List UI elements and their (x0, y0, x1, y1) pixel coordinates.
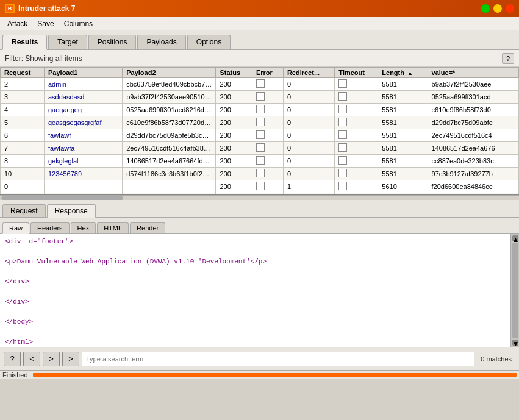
response-tab-headers[interactable]: Headers (30, 222, 70, 233)
scroll-thumb[interactable] (512, 243, 518, 338)
prev-button[interactable]: < (23, 352, 40, 366)
cell-timeout (335, 168, 378, 180)
code-area[interactable]: <div id="footer"> <p>Damn Vulnerable Web… (0, 234, 510, 347)
cell-request: 0 (1, 180, 45, 193)
menu-columns[interactable]: Columns (59, 18, 98, 29)
filter-help-button[interactable]: ? (502, 53, 514, 64)
cell-redirect: 0 (283, 142, 334, 155)
sub-tab-request[interactable]: Request (2, 204, 46, 217)
cell-request: 4 (1, 104, 45, 116)
checkbox[interactable] (338, 143, 347, 152)
table-row[interactable]: 3 asddasdasd b9ab37f2f42530aee905108fd38… (1, 91, 519, 104)
close-button[interactable] (506, 4, 514, 13)
cell-error (252, 180, 283, 193)
tab-positions[interactable]: Positions (88, 35, 137, 49)
cell-error (252, 168, 283, 180)
match-count: 0 matches (477, 355, 515, 363)
table-row[interactable]: 8 gekgleglal 14086517d2ea4a67664fdcc7ffa… (1, 155, 519, 168)
status-text: Finished (2, 371, 28, 379)
sub-tab-response[interactable]: Response (47, 204, 96, 218)
cell-status: 200 (216, 168, 252, 180)
main-tab-bar: Results Target Positions Payloads Option… (0, 30, 519, 50)
table-row[interactable]: 4 gaegaegeg 0525aa699ff301acd8216d7c7a..… (1, 104, 519, 116)
search-input[interactable] (82, 352, 474, 366)
table-row[interactable]: 6 fawfawf d29dd7bc75d09abfe5b3cbfff5d...… (1, 129, 519, 142)
col-request[interactable]: Request (1, 68, 45, 78)
cell-error (252, 104, 283, 116)
checkbox[interactable] (256, 105, 265, 113)
cell-payload1: asddasdasd (45, 91, 123, 104)
checkbox[interactable] (256, 130, 265, 139)
vertical-scrollbar[interactable]: ▲ ▼ (510, 234, 519, 347)
next-next-button[interactable]: > (62, 352, 79, 366)
col-value[interactable]: value=* (428, 68, 518, 78)
response-tab-bar: Raw Headers Hex HTML Render (0, 218, 519, 234)
cell-length: 5581 (378, 129, 428, 142)
checkbox[interactable] (256, 118, 265, 126)
minimize-button[interactable] (493, 4, 502, 13)
checkbox[interactable] (338, 130, 347, 139)
cell-status: 200 (216, 155, 252, 168)
cell-request: 3 (1, 91, 45, 104)
cell-payload2: d29dd7bc75d09abfe5b3cbfff5d... (123, 129, 216, 142)
title-bar: B Intruder attack 7 (0, 0, 519, 17)
response-tab-render[interactable]: Render (130, 222, 165, 233)
tab-results[interactable]: Results (2, 35, 47, 50)
table-row[interactable]: 10 123456789 d574f1186c3e3b63f1b0f214c69… (1, 168, 519, 180)
checkbox[interactable] (256, 79, 265, 88)
cell-payload2: 14086517d2ea4a67664fdcc7ffa... (123, 155, 216, 168)
checkbox[interactable] (338, 182, 347, 190)
table-row[interactable]: 5 geasgsegasgrgfaf c610e9f86b58f73d07720… (1, 116, 519, 129)
cell-value: 0525aa699ff301acd (428, 91, 518, 104)
checkbox[interactable] (256, 92, 265, 101)
code-line: </body> (5, 317, 506, 327)
help-button[interactable]: ? (4, 352, 21, 366)
checkbox[interactable] (256, 143, 265, 152)
tab-target[interactable]: Target (48, 35, 87, 49)
cell-request: 10 (1, 168, 45, 180)
maximize-button[interactable] (481, 4, 490, 13)
col-timeout[interactable]: Timeout (335, 68, 378, 78)
results-table-container[interactable]: Request Payload1 Payload2 Status Error R… (0, 67, 519, 195)
scroll-down-arrow[interactable]: ▼ (512, 340, 518, 346)
next-button[interactable]: > (43, 352, 60, 366)
scroll-up-arrow[interactable]: ▲ (512, 235, 518, 241)
cell-status: 200 (216, 129, 252, 142)
tab-payloads[interactable]: Payloads (137, 35, 185, 49)
checkbox[interactable] (338, 79, 347, 88)
code-line (5, 327, 506, 338)
col-payload2[interactable]: Payload2 (123, 68, 216, 78)
checkbox[interactable] (256, 156, 265, 165)
col-redirect[interactable]: Redirect... (283, 68, 334, 78)
table-row[interactable]: 2 admin cbc63759ef8ed409cbbcb7b863... 20… (1, 78, 519, 91)
checkbox[interactable] (338, 156, 347, 165)
menu-attack[interactable]: Attack (2, 18, 32, 29)
checkbox[interactable] (338, 92, 347, 101)
col-length[interactable]: Length ▲ (378, 68, 428, 78)
menu-save[interactable]: Save (32, 18, 59, 29)
checkbox[interactable] (338, 118, 347, 126)
cell-payload1: fawfawfa (45, 142, 123, 155)
checkbox[interactable] (256, 182, 265, 190)
cell-redirect: 0 (283, 116, 334, 129)
cell-request: 5 (1, 116, 45, 129)
table-h-scrollbar[interactable] (0, 195, 519, 200)
checkbox[interactable] (338, 169, 347, 177)
tab-options[interactable]: Options (187, 35, 231, 49)
h-scroll-thumb[interactable] (1, 196, 123, 200)
cell-length: 5581 (378, 78, 428, 91)
table-row[interactable]: 7 fawfawfa 2ec749516cdf516c4afb389cc1...… (1, 142, 519, 155)
cell-timeout (335, 129, 378, 142)
col-error[interactable]: Error (252, 68, 283, 78)
col-payload1[interactable]: Payload1 (45, 68, 123, 78)
response-tab-html[interactable]: HTML (97, 222, 129, 233)
checkbox[interactable] (256, 169, 265, 177)
checkbox[interactable] (338, 105, 347, 113)
cell-error (252, 129, 283, 142)
cell-payload1: admin (45, 78, 123, 91)
col-status[interactable]: Status (216, 68, 252, 78)
response-tab-hex[interactable]: Hex (71, 222, 96, 233)
response-tab-raw[interactable]: Raw (2, 222, 29, 234)
table-row[interactable]: 0 200 1 5610 f20d6600ea84846ce (1, 180, 519, 193)
cell-length: 5581 (378, 168, 428, 180)
